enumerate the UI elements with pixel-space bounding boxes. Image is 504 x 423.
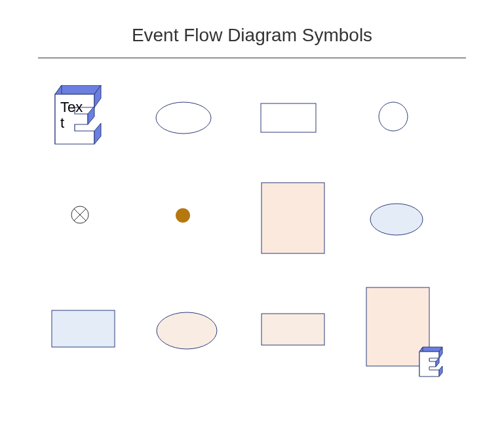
svg-point-5 <box>156 102 211 134</box>
svg-marker-21 <box>436 358 439 367</box>
svg-point-7 <box>379 102 408 131</box>
svg-point-11 <box>176 208 190 223</box>
svg-marker-22 <box>439 366 442 377</box>
svg-rect-14 <box>52 310 115 347</box>
svg-point-15 <box>157 312 217 349</box>
symbol-circle-outline <box>374 97 413 139</box>
svg-rect-16 <box>262 314 324 345</box>
symbol-filled-square <box>259 180 331 261</box>
symbol-extruded-e: Text <box>46 85 111 153</box>
svg-rect-12 <box>262 183 324 253</box>
symbol-filled-rect-peach <box>259 311 331 353</box>
page-title: Event Flow Diagram Symbols <box>0 0 504 46</box>
symbol-ellipse-outline <box>151 98 216 140</box>
symbol-rect-with-e <box>364 285 449 386</box>
symbol-filled-dot <box>174 206 192 227</box>
symbol-filled-rect-blue <box>49 308 121 356</box>
extruded-e-label: Text <box>60 100 84 131</box>
symbol-rectangle-outline <box>256 98 321 140</box>
svg-point-13 <box>370 204 423 235</box>
symbol-circle-cross <box>68 203 92 229</box>
svg-rect-6 <box>261 103 316 132</box>
svg-marker-2 <box>88 106 94 124</box>
svg-marker-4 <box>94 123 101 144</box>
symbol-filled-ellipse-blue <box>364 200 429 242</box>
symbols-grid: Text <box>39 79 465 397</box>
symbol-filled-ellipse-peach <box>151 308 223 356</box>
title-divider <box>38 58 466 58</box>
